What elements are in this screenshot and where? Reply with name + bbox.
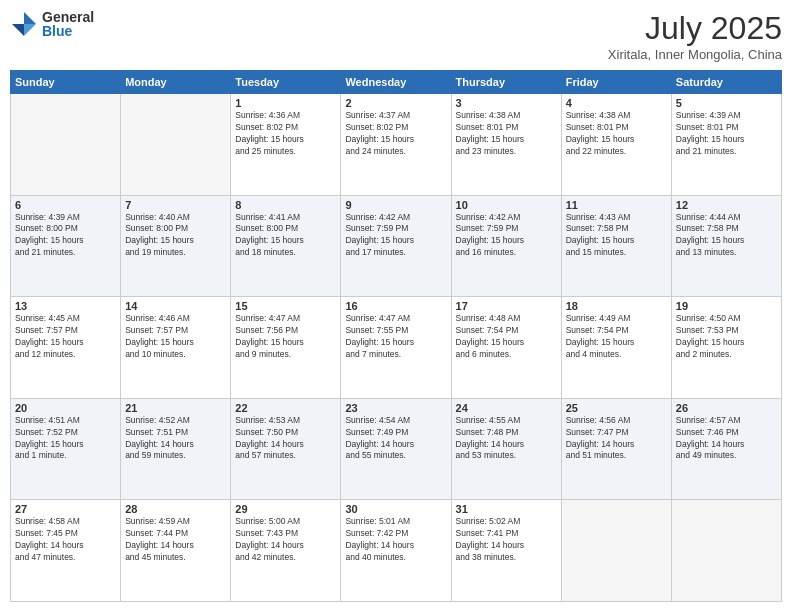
header-row: Sunday Monday Tuesday Wednesday Thursday…: [11, 71, 782, 94]
day-number: 30: [345, 503, 446, 515]
col-monday: Monday: [121, 71, 231, 94]
day-number: 24: [456, 402, 557, 414]
day-info: Sunrise: 5:01 AM Sunset: 7:42 PM Dayligh…: [345, 516, 446, 564]
logo-icon: [10, 10, 38, 38]
day-info: Sunrise: 4:56 AM Sunset: 7:47 PM Dayligh…: [566, 415, 667, 463]
day-number: 10: [456, 199, 557, 211]
location: Xiritala, Inner Mongolia, China: [608, 47, 782, 62]
day-number: 27: [15, 503, 116, 515]
table-row: 15Sunrise: 4:47 AM Sunset: 7:56 PM Dayli…: [231, 297, 341, 399]
table-row: 7Sunrise: 4:40 AM Sunset: 8:00 PM Daylig…: [121, 195, 231, 297]
day-number: 11: [566, 199, 667, 211]
day-info: Sunrise: 4:45 AM Sunset: 7:57 PM Dayligh…: [15, 313, 116, 361]
table-row: 4Sunrise: 4:38 AM Sunset: 8:01 PM Daylig…: [561, 94, 671, 196]
day-info: Sunrise: 4:40 AM Sunset: 8:00 PM Dayligh…: [125, 212, 226, 260]
day-number: 26: [676, 402, 777, 414]
day-number: 3: [456, 97, 557, 109]
day-info: Sunrise: 5:02 AM Sunset: 7:41 PM Dayligh…: [456, 516, 557, 564]
table-row: 8Sunrise: 4:41 AM Sunset: 8:00 PM Daylig…: [231, 195, 341, 297]
day-info: Sunrise: 4:46 AM Sunset: 7:57 PM Dayligh…: [125, 313, 226, 361]
table-row: 16Sunrise: 4:47 AM Sunset: 7:55 PM Dayli…: [341, 297, 451, 399]
day-info: Sunrise: 4:58 AM Sunset: 7:45 PM Dayligh…: [15, 516, 116, 564]
day-number: 16: [345, 300, 446, 312]
title-area: July 2025 Xiritala, Inner Mongolia, Chin…: [608, 10, 782, 62]
table-row: 31Sunrise: 5:02 AM Sunset: 7:41 PM Dayli…: [451, 500, 561, 602]
table-row: [11, 94, 121, 196]
table-row: 12Sunrise: 4:44 AM Sunset: 7:58 PM Dayli…: [671, 195, 781, 297]
day-info: Sunrise: 4:42 AM Sunset: 7:59 PM Dayligh…: [456, 212, 557, 260]
day-number: 23: [345, 402, 446, 414]
table-row: 3Sunrise: 4:38 AM Sunset: 8:01 PM Daylig…: [451, 94, 561, 196]
day-number: 9: [345, 199, 446, 211]
day-number: 22: [235, 402, 336, 414]
svg-marker-1: [12, 24, 24, 36]
day-info: Sunrise: 4:42 AM Sunset: 7:59 PM Dayligh…: [345, 212, 446, 260]
day-number: 14: [125, 300, 226, 312]
col-saturday: Saturday: [671, 71, 781, 94]
day-number: 25: [566, 402, 667, 414]
day-number: 4: [566, 97, 667, 109]
day-info: Sunrise: 4:59 AM Sunset: 7:44 PM Dayligh…: [125, 516, 226, 564]
calendar-week-5: 27Sunrise: 4:58 AM Sunset: 7:45 PM Dayli…: [11, 500, 782, 602]
table-row: 26Sunrise: 4:57 AM Sunset: 7:46 PM Dayli…: [671, 398, 781, 500]
day-info: Sunrise: 4:37 AM Sunset: 8:02 PM Dayligh…: [345, 110, 446, 158]
day-info: Sunrise: 4:53 AM Sunset: 7:50 PM Dayligh…: [235, 415, 336, 463]
day-number: 15: [235, 300, 336, 312]
table-row: 10Sunrise: 4:42 AM Sunset: 7:59 PM Dayli…: [451, 195, 561, 297]
day-info: Sunrise: 4:47 AM Sunset: 7:56 PM Dayligh…: [235, 313, 336, 361]
col-tuesday: Tuesday: [231, 71, 341, 94]
table-row: 21Sunrise: 4:52 AM Sunset: 7:51 PM Dayli…: [121, 398, 231, 500]
day-info: Sunrise: 4:36 AM Sunset: 8:02 PM Dayligh…: [235, 110, 336, 158]
day-info: Sunrise: 5:00 AM Sunset: 7:43 PM Dayligh…: [235, 516, 336, 564]
day-number: 1: [235, 97, 336, 109]
table-row: 5Sunrise: 4:39 AM Sunset: 8:01 PM Daylig…: [671, 94, 781, 196]
day-info: Sunrise: 4:38 AM Sunset: 8:01 PM Dayligh…: [566, 110, 667, 158]
day-number: 17: [456, 300, 557, 312]
table-row: 25Sunrise: 4:56 AM Sunset: 7:47 PM Dayli…: [561, 398, 671, 500]
logo-general: General: [42, 10, 94, 24]
day-info: Sunrise: 4:55 AM Sunset: 7:48 PM Dayligh…: [456, 415, 557, 463]
table-row: 13Sunrise: 4:45 AM Sunset: 7:57 PM Dayli…: [11, 297, 121, 399]
day-info: Sunrise: 4:44 AM Sunset: 7:58 PM Dayligh…: [676, 212, 777, 260]
day-number: 18: [566, 300, 667, 312]
col-friday: Friday: [561, 71, 671, 94]
table-row: 24Sunrise: 4:55 AM Sunset: 7:48 PM Dayli…: [451, 398, 561, 500]
table-row: 29Sunrise: 5:00 AM Sunset: 7:43 PM Dayli…: [231, 500, 341, 602]
day-info: Sunrise: 4:47 AM Sunset: 7:55 PM Dayligh…: [345, 313, 446, 361]
day-info: Sunrise: 4:39 AM Sunset: 8:01 PM Dayligh…: [676, 110, 777, 158]
table-row: 11Sunrise: 4:43 AM Sunset: 7:58 PM Dayli…: [561, 195, 671, 297]
day-number: 13: [15, 300, 116, 312]
table-row: 23Sunrise: 4:54 AM Sunset: 7:49 PM Dayli…: [341, 398, 451, 500]
day-number: 12: [676, 199, 777, 211]
calendar-week-2: 6Sunrise: 4:39 AM Sunset: 8:00 PM Daylig…: [11, 195, 782, 297]
calendar-week-1: 1Sunrise: 4:36 AM Sunset: 8:02 PM Daylig…: [11, 94, 782, 196]
logo-blue: Blue: [42, 24, 94, 38]
page: General Blue July 2025 Xiritala, Inner M…: [0, 0, 792, 612]
calendar-week-3: 13Sunrise: 4:45 AM Sunset: 7:57 PM Dayli…: [11, 297, 782, 399]
day-info: Sunrise: 4:50 AM Sunset: 7:53 PM Dayligh…: [676, 313, 777, 361]
table-row: 14Sunrise: 4:46 AM Sunset: 7:57 PM Dayli…: [121, 297, 231, 399]
table-row: 19Sunrise: 4:50 AM Sunset: 7:53 PM Dayli…: [671, 297, 781, 399]
table-row: [121, 94, 231, 196]
calendar-week-4: 20Sunrise: 4:51 AM Sunset: 7:52 PM Dayli…: [11, 398, 782, 500]
logo-text: General Blue: [42, 10, 94, 38]
table-row: [561, 500, 671, 602]
col-thursday: Thursday: [451, 71, 561, 94]
table-row: 1Sunrise: 4:36 AM Sunset: 8:02 PM Daylig…: [231, 94, 341, 196]
day-info: Sunrise: 4:43 AM Sunset: 7:58 PM Dayligh…: [566, 212, 667, 260]
svg-marker-2: [24, 24, 36, 36]
day-info: Sunrise: 4:54 AM Sunset: 7:49 PM Dayligh…: [345, 415, 446, 463]
table-row: 17Sunrise: 4:48 AM Sunset: 7:54 PM Dayli…: [451, 297, 561, 399]
day-number: 31: [456, 503, 557, 515]
table-row: 6Sunrise: 4:39 AM Sunset: 8:00 PM Daylig…: [11, 195, 121, 297]
day-info: Sunrise: 4:41 AM Sunset: 8:00 PM Dayligh…: [235, 212, 336, 260]
day-info: Sunrise: 4:38 AM Sunset: 8:01 PM Dayligh…: [456, 110, 557, 158]
col-sunday: Sunday: [11, 71, 121, 94]
table-row: 18Sunrise: 4:49 AM Sunset: 7:54 PM Dayli…: [561, 297, 671, 399]
day-number: 29: [235, 503, 336, 515]
day-number: 2: [345, 97, 446, 109]
table-row: [671, 500, 781, 602]
day-number: 21: [125, 402, 226, 414]
table-row: 30Sunrise: 5:01 AM Sunset: 7:42 PM Dayli…: [341, 500, 451, 602]
logo: General Blue: [10, 10, 94, 38]
